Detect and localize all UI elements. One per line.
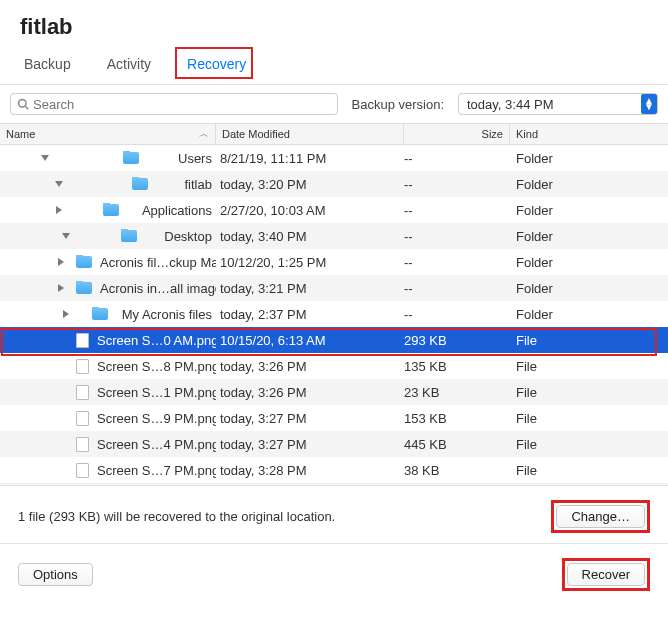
- recover-button[interactable]: Recover: [567, 563, 645, 586]
- row-date: 10/15/20, 6:13 AM: [216, 333, 404, 348]
- table-row[interactable]: Users8/21/19, 11:11 PM--Folder: [0, 145, 668, 171]
- change-button[interactable]: Change…: [556, 505, 645, 528]
- row-size: 23 KB: [404, 385, 510, 400]
- col-kind[interactable]: Kind: [510, 124, 668, 144]
- row-date: today, 2:37 PM: [216, 307, 404, 322]
- tab-recovery[interactable]: Recovery: [187, 50, 246, 84]
- table-row[interactable]: Screen S…7 PM.pngtoday, 3:30 PM39 KBFile: [0, 483, 668, 485]
- file-icon: [76, 333, 89, 348]
- table-row[interactable]: fitlabtoday, 3:20 PM--Folder: [0, 171, 668, 197]
- row-date: 10/12/20, 1:25 PM: [216, 255, 404, 270]
- chevron-right-icon[interactable]: [58, 284, 64, 292]
- table-row[interactable]: My Acronis filestoday, 2:37 PM--Folder: [0, 301, 668, 327]
- table-row[interactable]: Acronis fil…ckup Mac10/12/20, 1:25 PM--F…: [0, 249, 668, 275]
- status-text: 1 file (293 KB) will be recovered to the…: [18, 509, 335, 524]
- backup-version-label: Backup version:: [352, 97, 445, 112]
- row-date: today, 3:27 PM: [216, 411, 404, 426]
- row-kind: File: [510, 463, 668, 478]
- row-name: My Acronis files: [122, 307, 212, 322]
- row-date: 2/27/20, 10:03 AM: [216, 203, 404, 218]
- file-icon: [76, 359, 89, 374]
- row-name: Screen S…9 PM.png: [97, 411, 216, 426]
- table-row[interactable]: Acronis in…all imagestoday, 3:21 PM--Fol…: [0, 275, 668, 301]
- select-arrow-icon: ▲▼: [641, 94, 657, 114]
- row-size: --: [404, 151, 510, 166]
- tab-activity[interactable]: Activity: [107, 50, 151, 84]
- row-date: today, 3:26 PM: [216, 385, 404, 400]
- folder-icon: [76, 282, 92, 294]
- row-size: --: [404, 177, 510, 192]
- table-header: Name︿ Date Modified Size Kind: [0, 123, 668, 145]
- tab-backup[interactable]: Backup: [24, 50, 71, 84]
- row-name: fitlab: [185, 177, 212, 192]
- folder-icon: [132, 178, 148, 190]
- table-row[interactable]: Desktoptoday, 3:40 PM--Folder: [0, 223, 668, 249]
- row-kind: Folder: [510, 151, 668, 166]
- table-row[interactable]: Screen S…8 PM.pngtoday, 3:26 PM135 KBFil…: [0, 353, 668, 379]
- svg-point-0: [19, 100, 27, 108]
- col-date[interactable]: Date Modified: [216, 124, 404, 144]
- table-row[interactable]: Screen S…9 PM.pngtoday, 3:27 PM153 KBFil…: [0, 405, 668, 431]
- row-name: Screen S…4 PM.png: [97, 437, 216, 452]
- search-input[interactable]: [33, 97, 331, 112]
- row-size: --: [404, 307, 510, 322]
- folder-icon: [76, 256, 92, 268]
- sort-asc-icon: ︿: [199, 127, 209, 141]
- table-row[interactable]: Screen S…7 PM.pngtoday, 3:28 PM38 KBFile: [0, 457, 668, 483]
- row-kind: Folder: [510, 229, 668, 244]
- folder-icon: [103, 204, 119, 216]
- row-kind: File: [510, 359, 668, 374]
- file-icon: [76, 463, 89, 478]
- row-size: 293 KB: [404, 333, 510, 348]
- row-date: today, 3:26 PM: [216, 359, 404, 374]
- folder-icon: [92, 308, 108, 320]
- backup-version-value: today, 3:44 PM: [467, 97, 553, 112]
- row-size: 445 KB: [404, 437, 510, 452]
- chevron-right-icon[interactable]: [56, 206, 62, 214]
- highlight-recover-button: Recover: [562, 558, 650, 591]
- row-name: Applications: [142, 203, 212, 218]
- backup-version-select[interactable]: today, 3:44 PM ▲▼: [458, 93, 658, 115]
- options-button[interactable]: Options: [18, 563, 93, 586]
- col-size[interactable]: Size: [404, 124, 510, 144]
- row-size: --: [404, 203, 510, 218]
- row-size: --: [404, 281, 510, 296]
- chevron-down-icon[interactable]: [62, 233, 70, 239]
- chevron-down-icon[interactable]: [41, 155, 49, 161]
- col-name[interactable]: Name︿: [0, 124, 216, 144]
- row-kind: Folder: [510, 203, 668, 218]
- row-date: today, 3:21 PM: [216, 281, 404, 296]
- row-name: Screen S…8 PM.png: [97, 359, 216, 374]
- row-date: 8/21/19, 11:11 PM: [216, 151, 404, 166]
- chevron-down-icon[interactable]: [55, 181, 63, 187]
- row-size: 135 KB: [404, 359, 510, 374]
- search-box[interactable]: [10, 93, 338, 115]
- row-name: Acronis fil…ckup Mac: [100, 255, 216, 270]
- chevron-right-icon[interactable]: [63, 310, 69, 318]
- file-icon: [76, 411, 89, 426]
- row-date: today, 3:20 PM: [216, 177, 404, 192]
- table-row[interactable]: Screen S…0 AM.png10/15/20, 6:13 AM293 KB…: [0, 327, 668, 353]
- row-name: Screen S…7 PM.png: [97, 463, 216, 478]
- row-name: Acronis in…all images: [100, 281, 216, 296]
- row-size: --: [404, 255, 510, 270]
- row-kind: Folder: [510, 177, 668, 192]
- row-kind: File: [510, 437, 668, 452]
- file-icon: [76, 385, 89, 400]
- row-date: today, 3:28 PM: [216, 463, 404, 478]
- row-name: Users: [178, 151, 212, 166]
- table-row[interactable]: Screen S…4 PM.pngtoday, 3:27 PM445 KBFil…: [0, 431, 668, 457]
- row-kind: Folder: [510, 281, 668, 296]
- chevron-right-icon[interactable]: [58, 258, 64, 266]
- table-row[interactable]: Screen S…1 PM.pngtoday, 3:26 PM23 KBFile: [0, 379, 668, 405]
- row-name: Desktop: [164, 229, 212, 244]
- folder-icon: [121, 230, 137, 242]
- table-row[interactable]: Applications2/27/20, 10:03 AM--Folder: [0, 197, 668, 223]
- highlight-change-button: Change…: [551, 500, 650, 533]
- file-icon: [76, 437, 89, 452]
- row-date: today, 3:40 PM: [216, 229, 404, 244]
- row-name: Screen S…1 PM.png: [97, 385, 216, 400]
- row-kind: Folder: [510, 307, 668, 322]
- folder-icon: [123, 152, 139, 164]
- row-size: 38 KB: [404, 463, 510, 478]
